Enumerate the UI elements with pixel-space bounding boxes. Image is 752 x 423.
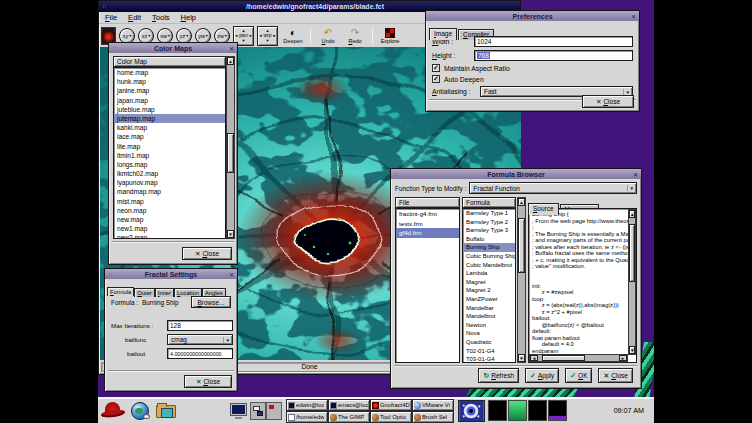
scroll-right-icon[interactable]: ►: [619, 355, 627, 361]
task-terminal[interactable]: edwin@loc: [286, 399, 328, 411]
source-view[interactable]: Burning Ship { ; From the web page http:…: [528, 208, 637, 363]
list-item[interactable]: Magnet: [463, 278, 515, 287]
window-menu-icon[interactable]: ::: [391, 170, 402, 179]
list-item[interactable]: T03-01-G4: [463, 355, 515, 363]
list-item[interactable]: T02-01-G4: [463, 347, 515, 356]
scroll-up-icon[interactable]: ▲: [227, 57, 234, 65]
maintain-aspect-checkbox[interactable]: ✓: [432, 64, 440, 72]
close-icon[interactable]: ✕: [628, 13, 639, 20]
width-input[interactable]: 1024: [474, 36, 633, 47]
task-vmware[interactable]: VMware Vi: [412, 399, 454, 411]
list-item[interactable]: lyapunov.map: [114, 178, 225, 187]
list-item[interactable]: janine.map: [114, 86, 225, 95]
titlebar[interactable]: :: Preferences ✕: [426, 11, 639, 21]
close-button[interactable]: ✕ Close: [598, 368, 633, 383]
titlebar[interactable]: :: Color Maps ✕: [109, 43, 237, 53]
down-arrow-icon[interactable]: ▼: [266, 38, 270, 43]
list-item[interactable]: japan.map: [114, 96, 225, 105]
scrollbar-thumb[interactable]: [542, 355, 586, 361]
column-header-color-map[interactable]: Color Map: [113, 56, 226, 67]
list-item[interactable]: Barnsley Type 3: [463, 226, 515, 235]
window-menu-icon[interactable]: ::: [426, 12, 437, 21]
right-arrow-icon[interactable]: ►: [273, 33, 277, 38]
window-menu-icon[interactable]: ::: [109, 44, 120, 53]
bailout-input[interactable]: 4.0000000000000000: [167, 348, 233, 359]
window-menu-icon[interactable]: ::: [99, 2, 110, 11]
pager-desktop-1[interactable]: [250, 402, 266, 420]
list-item[interactable]: testx.frm: [396, 219, 459, 229]
desk-guide[interactable]: [488, 400, 567, 421]
task-brush-selection[interactable]: Brush Sel: [412, 411, 454, 423]
list-item[interactable]: Barnsley Type 1: [463, 209, 515, 218]
list-item[interactable]: mist.map: [114, 197, 225, 206]
deepen-button[interactable]: ◐ Deepen: [281, 27, 305, 44]
list-item[interactable]: new.map: [114, 215, 225, 224]
window-menu-icon[interactable]: ::: [105, 270, 116, 279]
list-item[interactable]: neon.map: [114, 206, 225, 215]
close-button[interactable]: ✕ Close: [582, 95, 634, 108]
horizontal-scrollbar[interactable]: ◄ ►: [529, 354, 628, 362]
tab-formula[interactable]: Formula: [107, 287, 134, 296]
scroll-up-icon[interactable]: ▲: [518, 198, 525, 206]
refresh-button[interactable]: ↻ Refresh: [478, 368, 519, 383]
explore-button[interactable]: Explore: [378, 28, 402, 44]
tab-image[interactable]: Image: [429, 28, 457, 40]
right-arrow-icon[interactable]: ►: [249, 33, 253, 38]
main-menu-icon[interactable]: [101, 401, 125, 419]
warp-control[interactable]: ▲ ◄wrp► ▼: [257, 26, 278, 46]
list-item[interactable]: Quadratic: [463, 338, 515, 347]
list-item[interactable]: new2.map: [114, 233, 225, 239]
tab-source[interactable]: Source: [528, 203, 559, 215]
list-item[interactable]: home.map: [114, 68, 225, 77]
menu-file[interactable]: File: [105, 13, 117, 22]
list-item-selected[interactable]: Burning Ship: [463, 243, 515, 252]
list-item[interactable]: mandmap.map: [114, 187, 225, 196]
list-item[interactable]: Mandelbar: [463, 304, 515, 313]
pager-desktop-2[interactable]: [266, 402, 282, 420]
close-icon[interactable]: ✕: [630, 171, 641, 178]
redo-button[interactable]: ↷ Redo: [343, 27, 367, 44]
scrollbar-thumb[interactable]: [629, 224, 635, 282]
list-item[interactable]: hunk.map: [114, 77, 225, 86]
scrollbar-thumb[interactable]: [518, 218, 525, 274]
list-item[interactable]: lite.map: [114, 142, 225, 151]
auto-deepen-checkbox[interactable]: ✓: [432, 75, 440, 83]
scroll-down-icon[interactable]: ▼: [227, 230, 234, 238]
vertical-scrollbar[interactable]: ▲ ▼: [517, 197, 526, 363]
undo-button[interactable]: ↶ Undo: [316, 27, 340, 44]
list-item[interactable]: Nova: [463, 329, 515, 338]
desk-guide-tile-3[interactable]: [528, 400, 547, 421]
menu-tools[interactable]: Tools: [152, 13, 170, 22]
list-item[interactable]: lkmtch02.map: [114, 169, 225, 178]
list-item[interactable]: Cubic Burning Ship: [463, 252, 515, 261]
list-item[interactable]: Barnsley Type 2: [463, 218, 515, 227]
titlebar[interactable]: :: Fractal Settings ✕: [105, 269, 237, 279]
terminal-launcher-icon[interactable]: [230, 403, 247, 416]
ok-button[interactable]: ✓ OK: [565, 368, 592, 383]
scroll-down-icon[interactable]: ▼: [518, 354, 525, 362]
desk-guide-tile-2[interactable]: [508, 400, 527, 421]
desktop-pager[interactable]: [250, 402, 282, 420]
height-input[interactable]: 768: [474, 50, 633, 61]
menu-help[interactable]: Help: [181, 13, 196, 22]
browser-launcher-icon[interactable]: [131, 402, 149, 420]
titlebar[interactable]: :: Formula Browser ✕: [391, 169, 641, 179]
list-item[interactable]: ltmin1.map: [114, 151, 225, 160]
task-emacs[interactable]: emacs@loc: [328, 399, 370, 411]
list-item[interactable]: Buffalo: [463, 235, 515, 244]
close-icon[interactable]: ✕: [226, 271, 237, 278]
task-gimp[interactable]: The GIMP: [328, 411, 370, 423]
browse-button[interactable]: Browse...: [191, 296, 231, 308]
list-item[interactable]: kahki.map: [114, 123, 225, 132]
close-button[interactable]: ✕ Close: [182, 247, 232, 260]
column-header-formula[interactable]: Formula: [462, 197, 516, 208]
menu-edit[interactable]: Edit: [128, 13, 141, 22]
list-item-selected[interactable]: gf4d.frm: [396, 228, 459, 238]
list-item[interactable]: ManZPower: [463, 295, 515, 304]
left-arrow-icon[interactable]: ◄: [234, 33, 238, 38]
task-tool-options[interactable]: Tool Optio: [370, 411, 412, 423]
list-item[interactable]: Mandelbrot: [463, 312, 515, 321]
left-arrow-icon[interactable]: ◄: [259, 33, 263, 38]
scroll-left-icon[interactable]: ◄: [530, 355, 538, 361]
scroll-down-icon[interactable]: ▼: [629, 346, 635, 354]
